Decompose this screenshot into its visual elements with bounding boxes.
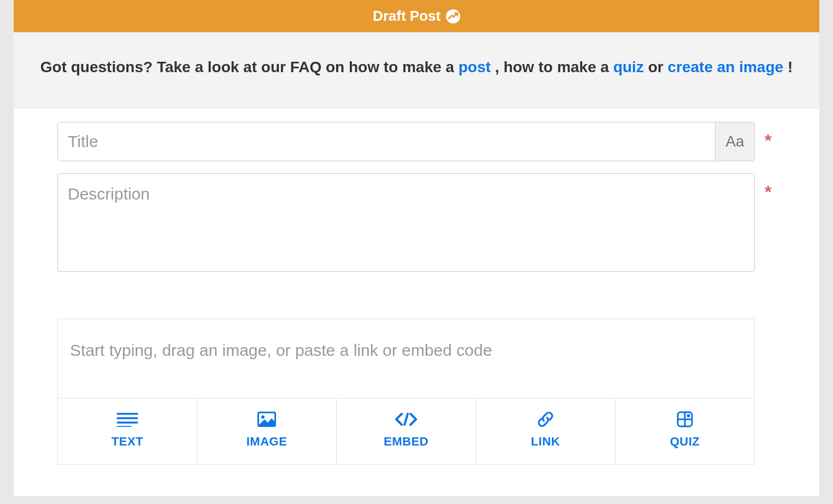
faq-link-post[interactable]: post <box>459 58 491 75</box>
grid-icon <box>677 412 693 427</box>
image-icon <box>257 412 276 427</box>
faq-link-create-image[interactable]: create an image <box>667 58 783 75</box>
text-button[interactable]: TEXT <box>58 398 197 464</box>
required-asterisk: * <box>765 131 776 151</box>
page-container: Draft Post Got questions? Take a look at… <box>14 0 819 496</box>
image-button-label: IMAGE <box>247 435 288 449</box>
description-input[interactable] <box>57 173 755 272</box>
content-field-row: TEXT IMAGE <box>57 286 776 465</box>
content-toolbar: TEXT IMAGE <box>58 398 754 464</box>
link-button[interactable]: LINK <box>476 398 615 464</box>
faq-text-prefix: Got questions? Take a look at our FAQ on… <box>40 58 459 75</box>
content-block: TEXT IMAGE <box>57 319 755 465</box>
embed-button[interactable]: EMBED <box>337 398 476 464</box>
description-field-row: * <box>57 173 776 274</box>
form-area: Aa * * <box>14 108 819 496</box>
quiz-button[interactable]: QUIZ <box>615 398 754 464</box>
page-outer: Draft Post Got questions? Take a look at… <box>0 0 833 504</box>
faq-text-mid1: , how to make a <box>495 58 613 75</box>
image-button[interactable]: IMAGE <box>197 398 337 464</box>
faq-text-mid2: or <box>648 58 668 75</box>
draft-post-banner: Draft Post <box>14 0 819 32</box>
required-asterisk: * <box>765 182 776 202</box>
trending-arrow-icon <box>446 9 460 24</box>
svg-point-11 <box>687 414 690 417</box>
code-icon <box>394 412 418 427</box>
content-input[interactable] <box>58 319 754 398</box>
link-button-label: LINK <box>531 435 560 449</box>
text-lines-icon <box>116 412 138 427</box>
banner-title: Draft Post <box>373 8 441 25</box>
faq-text-suffix: ! <box>788 58 793 75</box>
faq-section: Got questions? Take a look at our FAQ on… <box>14 32 819 108</box>
title-field-row: Aa * <box>57 122 776 161</box>
title-case-button[interactable]: Aa <box>715 122 754 161</box>
quiz-button-label: QUIZ <box>670 435 700 449</box>
title-input[interactable] <box>58 122 715 161</box>
svg-point-6 <box>261 415 265 419</box>
embed-button-label: EMBED <box>384 435 429 449</box>
text-button-label: TEXT <box>112 435 143 449</box>
faq-link-quiz[interactable]: quiz <box>613 58 644 75</box>
svg-line-7 <box>404 414 408 425</box>
link-icon <box>536 412 555 427</box>
